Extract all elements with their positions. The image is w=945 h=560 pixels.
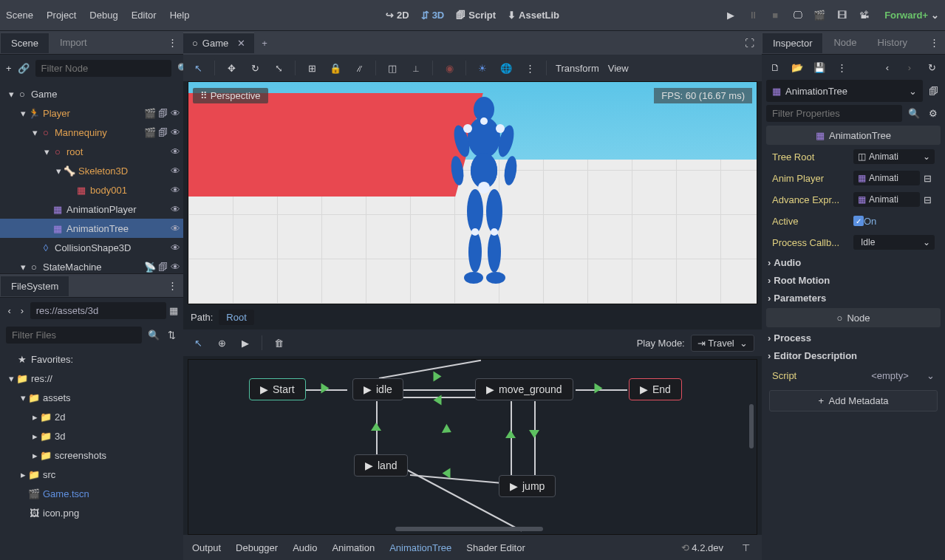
tab-debugger[interactable]: Debugger	[236, 542, 278, 553]
add-node-icon[interactable]: +	[6, 61, 12, 75]
tree-node-game[interactable]: ▾○Game	[0, 84, 183, 103]
graph-node-end[interactable]: ▶ End	[629, 378, 682, 400]
select-tool-icon[interactable]: ↖	[191, 61, 205, 75]
renderer-dropdown[interactable]: Forward+ ⌄	[884, 10, 939, 21]
tab-animation[interactable]: Animation	[332, 542, 375, 553]
fold-audio[interactable]: Audio	[762, 253, 945, 271]
path-back-icon[interactable]: ‹	[4, 303, 14, 318]
fs-item-icon-png[interactable]: 🖼icon.png	[0, 503, 183, 522]
prop-advance-expr---[interactable]: Advance Expr...▦ Animati ⊟	[766, 189, 941, 210]
fold-editor-description[interactable]: Editor Description	[762, 346, 945, 364]
workspace-assetlib[interactable]: ⬇ AssetLib	[508, 10, 559, 21]
path-fwd-icon[interactable]: ›	[17, 303, 27, 318]
filter-properties-input[interactable]	[766, 105, 902, 122]
fs-item-res---[interactable]: ▾📁res://	[0, 369, 183, 388]
load-resource-icon[interactable]: 📂	[790, 60, 805, 75]
env-icon[interactable]: 🌐	[499, 61, 514, 75]
play-mode-select[interactable]: ⇥ Travel ⌄	[691, 335, 754, 352]
camera-icon[interactable]: ◉	[442, 61, 457, 75]
remote-button[interactable]: 🖵	[790, 8, 805, 23]
refresh-icon[interactable]: ↻	[924, 60, 939, 75]
viewport-3d[interactable]: ⠿ Perspective FPS: 60 (16.67 ms)	[188, 81, 757, 304]
perspective-label[interactable]: ⠿ Perspective	[193, 88, 268, 103]
resource-menu-icon[interactable]: ⋮	[834, 60, 849, 75]
group-icon[interactable]: ⫽	[352, 61, 366, 75]
scene-tab[interactable]: Scene	[0, 33, 50, 53]
animation-state-graph[interactable]: ▶ Start ▶ idle ▶ move_ground ▶ End ▶ lan…	[188, 359, 757, 535]
tree-node-collisionshape3d[interactable]: ◊CollisionShape3D👁	[0, 238, 183, 257]
tab-animationtree[interactable]: AnimationTree	[389, 542, 451, 553]
transform-menu[interactable]: Transform	[556, 63, 599, 74]
open-scene-tab[interactable]: ○ Game ✕	[183, 33, 254, 53]
move-tool-icon[interactable]: ✥	[224, 61, 239, 75]
fs-item-src[interactable]: ▸📁src	[0, 465, 183, 484]
stop-button[interactable]: ■	[768, 8, 782, 23]
snap-icon[interactable]: ⊞	[304, 61, 319, 75]
lock-icon[interactable]: 🔒	[328, 61, 343, 75]
scale-tool-icon[interactable]: ⤡	[271, 61, 286, 75]
fs-search-icon[interactable]: 🔍	[148, 327, 160, 342]
menu-scene[interactable]: Scene	[6, 10, 33, 21]
prop-process-callb---[interactable]: Process Callb... Idle ⌄	[766, 232, 941, 253]
panel-menu-icon[interactable]: ⋮	[162, 37, 183, 48]
inspector-menu-icon[interactable]: ⋮	[924, 37, 945, 48]
sun-icon[interactable]: ☀	[475, 61, 490, 75]
grid-view-icon[interactable]: ▦	[169, 303, 179, 318]
fs-item-2d[interactable]: ▸📁2d	[0, 407, 183, 426]
prop-settings-icon[interactable]: ⚙	[926, 106, 941, 120]
play-button[interactable]: ▶	[723, 8, 738, 23]
workspace-script[interactable]: 🗐 Script	[456, 10, 496, 21]
delete-icon[interactable]: 🗑	[271, 335, 286, 350]
add-anim-node-icon[interactable]: ⊕	[214, 335, 229, 350]
graph-node-land[interactable]: ▶ land	[354, 454, 408, 477]
scene-tree[interactable]: ▾○Game▾🏃Player🎬 🗐 👁▾○Mannequiny🎬 🗐 👁▾○ro…	[0, 81, 183, 273]
view-menu[interactable]: View	[608, 63, 629, 74]
history-fwd-icon[interactable]: ›	[902, 60, 917, 75]
tree-node-mannequiny[interactable]: ▾○Mannequiny🎬 🗐 👁	[0, 123, 183, 142]
play-scene-button[interactable]: 🎬	[812, 8, 827, 23]
filter-files-input[interactable]	[6, 327, 142, 344]
vp-menu-icon[interactable]: ⋮	[522, 61, 537, 75]
tab-audio[interactable]: Audio	[293, 542, 317, 553]
inspector-tab[interactable]: Inspector	[762, 33, 823, 53]
tree-node-body001[interactable]: ▦body001👁	[0, 180, 183, 199]
fs-item-favorites-[interactable]: ★Favorites:	[0, 349, 183, 369]
script-value[interactable]: <empty>	[853, 370, 927, 381]
fold-process[interactable]: Process	[762, 329, 945, 346]
menu-debug[interactable]: Debug	[89, 10, 117, 21]
workspace-2d[interactable]: ↪ 2D	[386, 10, 409, 21]
node-section-header[interactable]: ○Node	[766, 308, 941, 327]
filesystem-tab[interactable]: FileSystem	[0, 276, 69, 296]
prop-anim-player[interactable]: Anim Player▦ Animati ⊟	[766, 168, 941, 188]
fold-root-motion[interactable]: Root Motion	[762, 271, 945, 289]
select-node-icon[interactable]: ↖	[191, 335, 205, 350]
path-input[interactable]	[30, 302, 166, 319]
cube-icon[interactable]: ◫	[385, 61, 400, 75]
tab-output[interactable]: Output	[192, 542, 221, 553]
ruler-icon[interactable]: ⟂	[409, 61, 423, 75]
menu-editor[interactable]: Editor	[132, 10, 157, 21]
filter-nodes-input[interactable]	[35, 60, 171, 77]
graph-node-move[interactable]: ▶ move_ground	[475, 378, 573, 400]
link-icon[interactable]: 🔗	[18, 61, 30, 75]
menu-project[interactable]: Project	[47, 10, 76, 21]
fs-item-screenshots[interactable]: ▸📁screenshots	[0, 445, 183, 465]
sort-icon[interactable]: ⇅	[166, 327, 177, 342]
tree-node-skeleton3d[interactable]: ▾🦴Skeleton3D👁	[0, 161, 183, 180]
tree-node-root[interactable]: ▾○root👁	[0, 142, 183, 161]
history-tab[interactable]: History	[867, 33, 918, 52]
filesystem-tree[interactable]: ★Favorites:▾📁res://▾📁assets▸📁2d▸📁3d▸📁scr…	[0, 346, 183, 560]
rotate-tool-icon[interactable]: ↻	[248, 61, 262, 75]
fs-item-game-tscn[interactable]: 🎬Game.tscn	[0, 484, 183, 503]
new-resource-icon[interactable]: 🗋	[768, 60, 782, 75]
prop-search-icon[interactable]: 🔍	[907, 106, 921, 120]
graph-vscroll[interactable]	[749, 404, 754, 448]
save-resource-icon[interactable]: 💾	[812, 60, 827, 75]
menu-help[interactable]: Help	[170, 10, 190, 21]
fs-panel-menu-icon[interactable]: ⋮	[162, 280, 183, 291]
fold-parameters[interactable]: Parameters	[762, 289, 945, 307]
doc-icon[interactable]: 🗐	[926, 83, 941, 98]
play-custom-button[interactable]: 🎞	[834, 8, 849, 23]
workspace-3d[interactable]: ⇵ 3D	[421, 10, 445, 21]
prop-tree-root[interactable]: Tree Root◫ Animati ⌄	[766, 146, 941, 167]
